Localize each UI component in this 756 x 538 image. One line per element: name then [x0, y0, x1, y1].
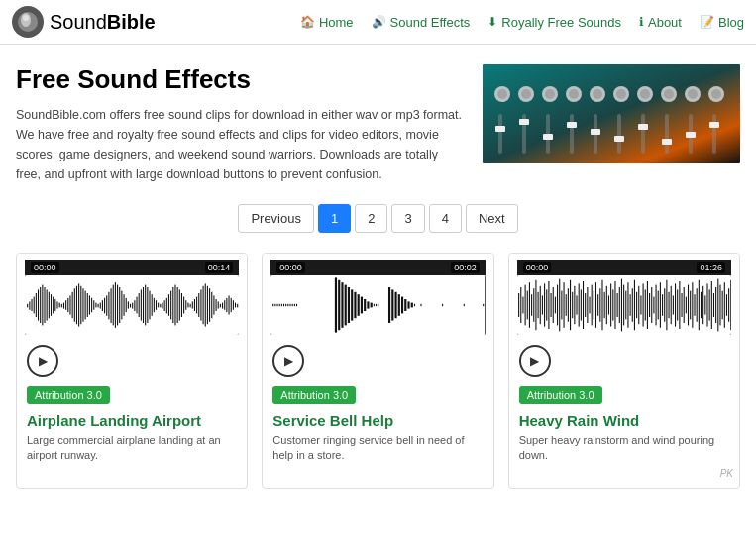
- nav-sound-effects[interactable]: 🔊 Sound Effects: [372, 15, 471, 30]
- svg-rect-25: [498, 114, 502, 154]
- svg-rect-181: [398, 294, 400, 316]
- svg-rect-120: [185, 300, 186, 310]
- sound-icon: 🔊: [372, 15, 386, 29]
- svg-rect-100: [143, 287, 144, 323]
- svg-rect-253: [649, 293, 650, 317]
- svg-rect-198: [531, 294, 532, 316]
- nav-royalty-free[interactable]: ⬇ Royally Free Sounds: [487, 15, 621, 30]
- svg-rect-116: [177, 287, 178, 323]
- play-button-3[interactable]: ▶: [519, 345, 551, 377]
- svg-rect-95: [132, 303, 133, 309]
- svg-rect-141: [231, 298, 232, 312]
- end-time-3: 01:26: [697, 262, 725, 273]
- next-button[interactable]: Next: [466, 204, 518, 233]
- prev-button[interactable]: Previous: [238, 204, 314, 233]
- svg-rect-160: [292, 304, 293, 306]
- svg-rect-36: [519, 119, 529, 125]
- page-4-button[interactable]: 4: [429, 204, 462, 233]
- nav-home[interactable]: 🏠 Home: [300, 15, 354, 30]
- svg-rect-277: [701, 292, 702, 318]
- card-title-2[interactable]: Service Bell Help: [263, 408, 492, 431]
- svg-rect-122: [190, 304, 191, 308]
- svg-rect-93: [128, 301, 129, 308]
- svg-rect-173: [368, 301, 370, 308]
- svg-rect-52: [40, 287, 41, 323]
- svg-rect-203: [542, 295, 543, 314]
- svg-rect-183: [405, 299, 407, 311]
- svg-point-19: [593, 89, 602, 99]
- play-button-1[interactable]: ▶: [27, 345, 58, 377]
- svg-rect-131: [209, 288, 210, 322]
- play-button-2[interactable]: ▶: [272, 345, 304, 377]
- svg-rect-184: [408, 301, 410, 308]
- svg-rect-40: [614, 136, 624, 142]
- page-1-button[interactable]: 1: [318, 204, 351, 233]
- svg-rect-42: [662, 139, 672, 145]
- svg-rect-193: [520, 287, 521, 323]
- page-2-button[interactable]: 2: [355, 204, 387, 233]
- svg-rect-129: [205, 283, 206, 326]
- waveform-2: [270, 275, 485, 335]
- svg-rect-182: [401, 297, 403, 314]
- svg-point-24: [711, 89, 721, 99]
- svg-rect-220: [578, 283, 579, 326]
- nav-about[interactable]: ℹ About: [639, 15, 682, 30]
- svg-rect-97: [136, 297, 137, 314]
- svg-rect-196: [526, 291, 527, 320]
- svg-rect-132: [211, 292, 212, 318]
- svg-rect-200: [535, 280, 536, 330]
- svg-rect-228: [595, 282, 596, 328]
- svg-rect-267: [679, 281, 680, 329]
- svg-rect-71: [80, 286, 81, 324]
- svg-rect-79: [98, 304, 99, 308]
- svg-rect-231: [601, 280, 602, 330]
- svg-rect-62: [61, 304, 62, 308]
- svg-rect-238: [616, 293, 617, 317]
- svg-rect-4: [483, 64, 740, 163]
- svg-rect-237: [614, 281, 615, 329]
- svg-rect-112: [168, 294, 169, 316]
- svg-rect-89: [119, 287, 120, 323]
- svg-rect-250: [642, 283, 643, 326]
- svg-rect-244: [629, 294, 630, 316]
- svg-rect-197: [529, 282, 530, 328]
- svg-rect-48: [31, 299, 32, 311]
- svg-rect-169: [355, 292, 357, 318]
- svg-rect-156: [283, 304, 284, 306]
- svg-rect-121: [187, 303, 188, 308]
- svg-rect-179: [392, 289, 394, 320]
- svg-rect-68: [74, 288, 75, 322]
- svg-rect-139: [226, 298, 227, 312]
- card-desc-3: Super heavy rainstorm and wind pouring d…: [509, 431, 739, 466]
- svg-rect-86: [113, 285, 114, 326]
- svg-rect-39: [591, 129, 600, 135]
- svg-rect-136: [220, 304, 221, 308]
- page-3-button[interactable]: 3: [391, 204, 424, 233]
- card-title-1[interactable]: Airplane Landing Airport: [17, 408, 247, 431]
- svg-rect-85: [111, 288, 112, 323]
- svg-rect-233: [605, 286, 606, 324]
- svg-rect-50: [36, 293, 37, 317]
- hero-section: Free Sound Effects SoundBible.com offers…: [16, 64, 740, 184]
- svg-rect-216: [570, 280, 571, 330]
- svg-rect-127: [200, 289, 201, 320]
- sound-card-2: 00:00 00:02: [262, 253, 493, 489]
- svg-rect-76: [91, 298, 92, 312]
- svg-rect-256: [655, 285, 656, 326]
- svg-rect-125: [196, 297, 197, 314]
- svg-rect-82: [104, 298, 105, 314]
- svg-rect-69: [76, 286, 77, 324]
- svg-rect-291: [730, 280, 731, 330]
- svg-rect-177: [378, 304, 378, 306]
- svg-rect-190: [483, 304, 484, 306]
- svg-rect-101: [145, 285, 146, 326]
- logo[interactable]: SoundBible: [12, 6, 156, 38]
- svg-rect-154: [279, 304, 280, 306]
- svg-rect-174: [371, 303, 373, 308]
- attribution-badge-3: Attribution 3.0: [519, 386, 602, 404]
- svg-point-2: [23, 15, 29, 21]
- svg-rect-58: [53, 297, 54, 314]
- card-title-3[interactable]: Heavy Rain Wind: [509, 408, 739, 431]
- nav-blog[interactable]: 📝 Blog: [700, 15, 744, 30]
- svg-rect-104: [152, 294, 153, 316]
